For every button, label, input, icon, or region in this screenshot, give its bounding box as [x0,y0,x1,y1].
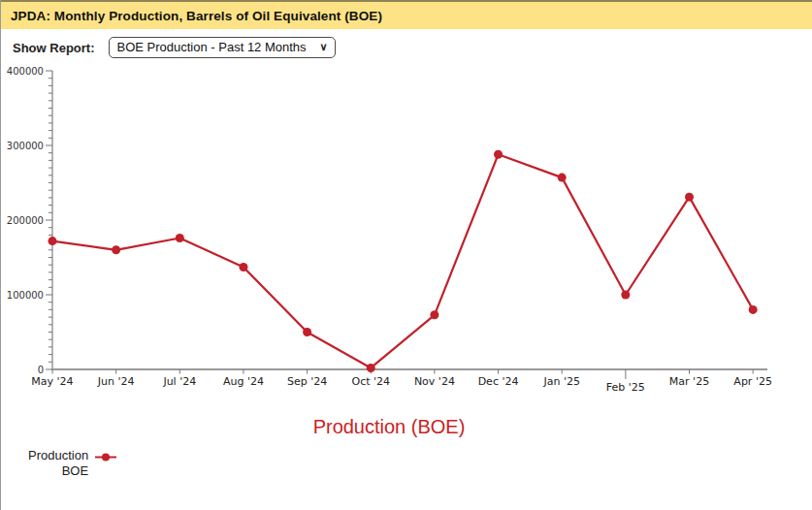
page-title: JPDA: Monthly Production, Barrels of Oil… [11,9,382,23]
data-point[interactable] [558,174,567,182]
x-axis-label: May '24 [31,375,73,388]
x-axis-label: Sep '24 [287,375,327,388]
data-point[interactable] [49,237,57,245]
data-point[interactable] [685,193,694,202]
x-axis-label: Dec '24 [478,375,519,388]
y-axis-label: 200000 [7,215,44,226]
y-axis-label: 300000 [7,141,44,151]
data-point[interactable] [367,364,375,372]
data-point[interactable] [430,310,438,319]
x-axis-label: Oct '24 [351,375,390,388]
series-line [52,154,753,367]
title-bar: JPDA: Monthly Production, Barrels of Oil… [1,0,812,29]
show-report-label: Show Report: [13,41,95,55]
chart-legend: Production BOE [28,448,812,479]
x-axis-label: Aug '24 [223,375,264,388]
x-axis-label: Jul '24 [162,375,196,388]
legend-series-marker-icon [94,452,117,462]
legend-label-line2: BOE [28,463,88,479]
y-axis-label: 0 [38,365,44,375]
x-axis-label: Jun '24 [97,375,135,388]
legend-labels: Production BOE [28,448,88,479]
chart-title: Production (BOE) [1,416,777,438]
x-axis-label: Nov '24 [414,375,455,388]
legend-label-line1: Production [28,448,88,463]
line-chart: 0100000200000300000400000May '24Jun '24J… [1,59,812,400]
x-axis-label: Feb '25 [606,381,645,394]
data-point[interactable] [176,234,184,242]
report-select[interactable]: BOE Production - Past 12 Months [109,37,336,58]
data-point[interactable] [112,245,120,254]
data-point[interactable] [303,328,311,336]
x-axis-label: Jan '25 [542,375,579,388]
y-axis-label: 400000 [7,66,44,77]
y-axis-label: 100000 [7,290,44,301]
x-axis-label: Mar '25 [669,375,709,388]
x-axis-label: Apr '25 [733,375,772,388]
data-point[interactable] [749,305,758,314]
report-controls: Show Report: BOE Production - Past 12 Mo… [1,29,812,59]
data-point[interactable] [239,263,247,271]
report-select-wrap: BOE Production - Past 12 Months ∨ [109,37,336,58]
data-point[interactable] [494,150,503,159]
data-point[interactable] [621,291,630,300]
